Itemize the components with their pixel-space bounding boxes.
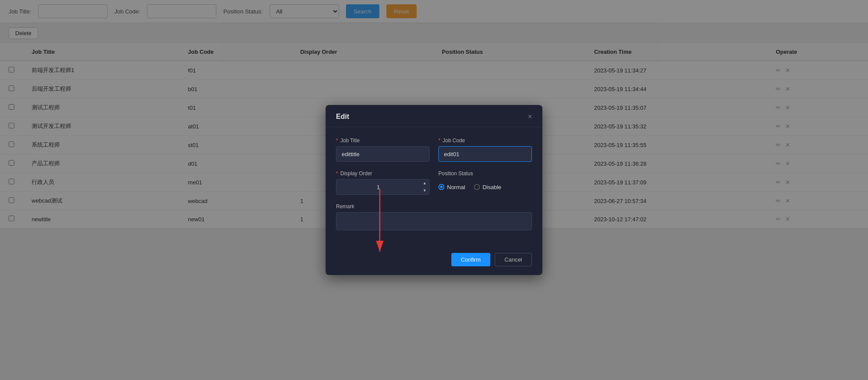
modal-close-button[interactable]: × (528, 113, 532, 120)
job-code-label: * Job Code (438, 138, 532, 144)
radio-disable[interactable]: Disable (474, 184, 501, 190)
modal-job-code-input[interactable] (438, 146, 532, 162)
cancel-button[interactable]: Cancel (495, 253, 532, 266)
required-star-3: * (336, 170, 338, 177)
required-star-2: * (438, 138, 441, 144)
form-group-remark: Remark (336, 203, 532, 230)
modal-title: Edit (336, 113, 349, 121)
radio-normal-dot (438, 184, 444, 190)
display-order-input[interactable] (336, 179, 420, 195)
edit-modal: Edit × * Job Title * Job Code (326, 105, 542, 275)
radio-normal-label: Normal (447, 184, 465, 190)
radio-normal[interactable]: Normal (438, 184, 465, 190)
form-group-job-code: * Job Code (438, 138, 532, 162)
spinner-buttons: ▲ ▼ (420, 179, 430, 195)
radio-disable-label: Disable (483, 184, 501, 190)
job-title-label: * Job Title (336, 138, 430, 144)
form-group-position-status: Position Status Normal Disable (438, 170, 532, 195)
display-order-label: * Display Order (336, 170, 430, 177)
modal-footer: Confirm Cancel (326, 248, 542, 275)
modal-job-title-input[interactable] (336, 146, 430, 162)
spinner-down-button[interactable]: ▼ (420, 187, 429, 194)
position-status-radio-group: Normal Disable (438, 179, 532, 195)
form-row-2: * Display Order ▲ ▼ Position Status (336, 170, 532, 195)
modal-overlay: Edit × * Job Title * Job Code (0, 0, 868, 380)
modal-body: * Job Title * Job Code * (326, 127, 542, 248)
radio-disable-dot (474, 184, 480, 190)
confirm-button[interactable]: Confirm (451, 253, 490, 266)
remark-input[interactable] (336, 212, 532, 230)
position-status-label: Position Status (438, 170, 532, 177)
modal-header: Edit × (326, 105, 542, 127)
form-group-job-title: * Job Title (336, 138, 430, 162)
spinner-up-button[interactable]: ▲ (420, 180, 429, 187)
remark-label: Remark (336, 203, 532, 210)
form-row-1: * Job Title * Job Code (336, 138, 532, 162)
display-order-spinner: ▲ ▼ (336, 179, 430, 195)
form-group-display-order: * Display Order ▲ ▼ (336, 170, 430, 195)
required-star-1: * (336, 138, 338, 144)
